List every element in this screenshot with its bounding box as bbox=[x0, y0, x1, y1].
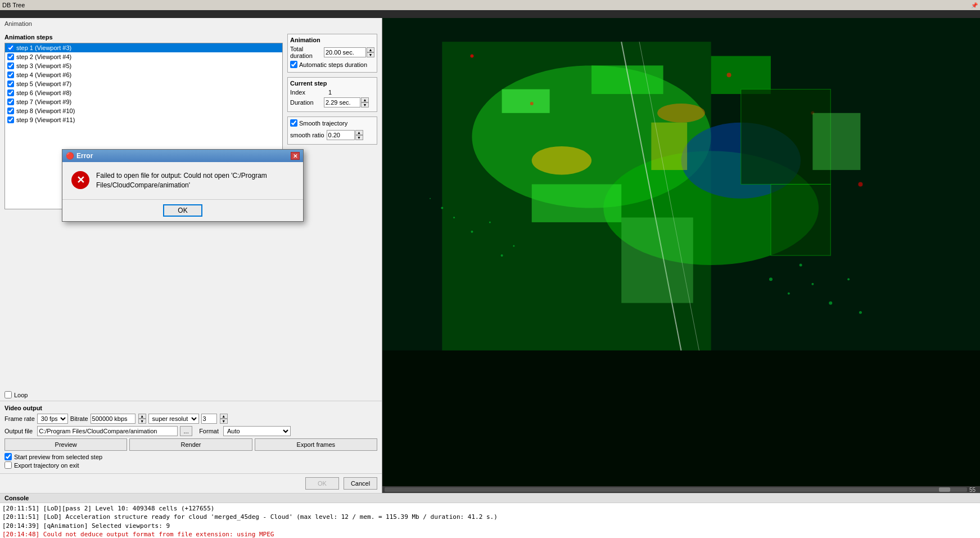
dialog-body: ✕ Failed to open file for output: Could … bbox=[62, 162, 303, 199]
dialog-footer: OK bbox=[62, 199, 303, 221]
dialog-close-button[interactable]: ✕ bbox=[291, 152, 300, 160]
modal-overlay: 🔴 Error ✕ ✕ Failed to open file for outp… bbox=[0, 0, 980, 538]
dialog-ok-button[interactable]: OK bbox=[163, 204, 202, 217]
dialog-message: Failed to open file for output: Could no… bbox=[96, 171, 294, 190]
dialog-title: Error bbox=[76, 152, 93, 160]
error-icon: ✕ bbox=[71, 171, 89, 189]
dialog-title-icon: 🔴 bbox=[66, 152, 74, 160]
error-dialog: 🔴 Error ✕ ✕ Failed to open file for outp… bbox=[62, 149, 304, 222]
dialog-title-bar: 🔴 Error ✕ bbox=[62, 150, 303, 162]
